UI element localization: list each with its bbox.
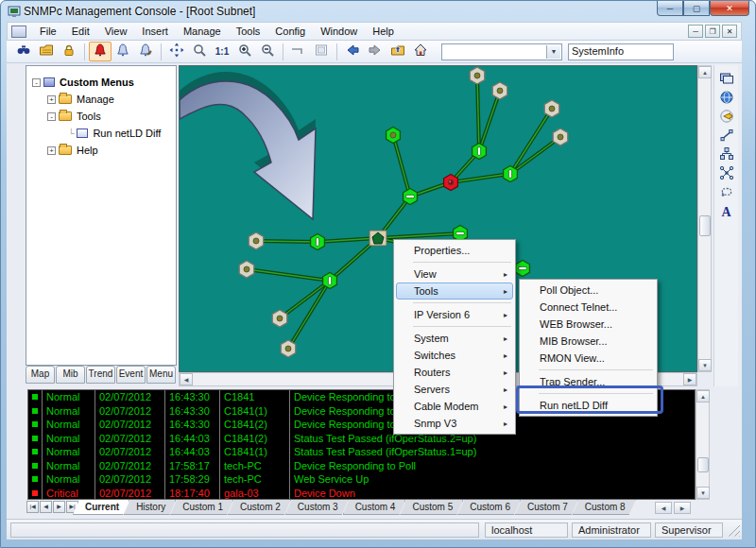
home-button[interactable] [409, 42, 432, 61]
tree-item-help[interactable]: Help [75, 145, 100, 156]
view-tab-menu[interactable]: Menu [146, 366, 176, 384]
link-tool-button[interactable] [716, 128, 737, 146]
alarm-view-button[interactable] [112, 42, 134, 61]
menubar-item-edit[interactable]: Edit [64, 24, 97, 39]
tree-item-tools[interactable]: Tools [75, 111, 103, 122]
log-tab-history[interactable]: History [124, 500, 176, 515]
scroll-up-icon[interactable]: ▲ [696, 390, 710, 402]
mdi-close-button[interactable]: ✕ [722, 25, 737, 38]
subnet-tool-button[interactable] [716, 146, 737, 165]
context-menu-item-routers[interactable]: Routers▸ [396, 364, 513, 381]
forward-button[interactable] [364, 42, 387, 61]
parent-subnet-button[interactable] [387, 42, 409, 61]
map-node-n-up-minus[interactable] [516, 261, 530, 277]
map-view-button[interactable] [35, 42, 58, 61]
map-node-f-up-bar[interactable] [472, 144, 487, 160]
context-menu-item-cable-modem[interactable]: Cable Modem▸ [396, 398, 513, 415]
resize-grip[interactable] [727, 523, 740, 537]
menubar-item-help[interactable]: Help [365, 24, 402, 39]
mdi-minimize-button[interactable]: ─ [688, 25, 703, 38]
table-row[interactable]: Normal02/07/201217:58:29tech-PCWeb Servi… [28, 472, 695, 487]
actual-size-button[interactable]: 1:1 [211, 42, 233, 61]
prev-tab-icon[interactable]: ◀ [40, 501, 52, 513]
map-select-combo[interactable]: ▼ [441, 43, 562, 60]
scroll-right-icon[interactable]: ▶ [683, 373, 696, 385]
scroll-right-icon[interactable]: ▶ [674, 502, 691, 514]
log-tab-custom-4[interactable]: Custom 4 [343, 500, 406, 515]
map-node-k-up-bar[interactable] [311, 234, 325, 250]
title-bar[interactable]: SNMPc Management Console - [Root Subnet]… [1, 1, 755, 22]
map-node-h-down[interactable] [444, 175, 458, 191]
map-node-p-up-bar[interactable] [323, 273, 337, 289]
table-row[interactable]: Normal02/07/201216:44:03C1841(1)Status T… [28, 445, 695, 459]
map-node-o-device[interactable] [239, 261, 254, 278]
map-node-e-up-dot[interactable] [387, 128, 401, 144]
context-menu-item-tools[interactable]: Tools▸ [396, 283, 513, 300]
map-node-c-device[interactable] [544, 100, 559, 117]
maximize-button[interactable]: ▢ [683, 1, 710, 16]
map-node-q-device[interactable] [272, 310, 287, 327]
scrollbar-thumb[interactable] [699, 215, 711, 236]
submenu-item-trap-sender[interactable]: Trap Sender... [522, 373, 655, 390]
menubar-item-tools[interactable]: Tools [229, 24, 268, 39]
scroll-left-icon[interactable]: ◀ [180, 373, 193, 385]
log-tab-custom-5[interactable]: Custom 5 [400, 500, 463, 515]
web-globe-button[interactable] [716, 90, 737, 109]
select-tool-button[interactable] [716, 184, 737, 203]
topology-tool-button[interactable] [716, 165, 737, 184]
context-menu-item-properties[interactable]: Properties... [396, 242, 513, 259]
systeminfo-field[interactable]: SystemInfo [568, 43, 674, 60]
context-menu-item-view[interactable]: View▸ [396, 265, 513, 283]
back-button[interactable] [341, 42, 364, 61]
find-button[interactable] [12, 42, 35, 61]
menubar-item-window[interactable]: Window [313, 24, 365, 39]
table-row[interactable]: Normal02/07/201216:43:30C1841(2)Device R… [28, 418, 695, 432]
context-menu-item-system[interactable]: System▸ [396, 330, 513, 347]
tree-item-run-netld-diff[interactable]: Run netLD Diff [91, 128, 163, 139]
menubar-item-config[interactable]: Config [267, 24, 313, 39]
text-button[interactable]: A [716, 203, 737, 222]
tree-item-manage[interactable]: Manage [75, 94, 116, 105]
map-window-button[interactable] [716, 71, 737, 90]
submenu-item-connect-telnet[interactable]: Connect Telnet... [522, 299, 655, 316]
map-vertical-scrollbar[interactable]: ▲ ▼ [697, 65, 712, 372]
alarm-edit-button[interactable] [134, 42, 157, 61]
map-node-r-device[interactable] [281, 340, 296, 357]
scroll-down-icon[interactable]: ▼ [698, 359, 712, 371]
map-node-g-up-bar[interactable] [504, 166, 518, 182]
next-tab-icon[interactable]: ▶ [53, 501, 65, 513]
map-node-b-device[interactable] [492, 82, 507, 99]
menubar-item-manage[interactable]: Manage [176, 24, 229, 39]
expand-icon[interactable]: + [47, 95, 56, 104]
first-tab-icon[interactable]: |◀ [26, 501, 39, 513]
lock-button[interactable] [58, 42, 80, 61]
mdi-restore-button[interactable]: ❐ [705, 25, 720, 38]
collapse-icon[interactable]: - [47, 112, 56, 121]
map-node-j-device[interactable] [249, 232, 264, 249]
view-tab-event[interactable]: Event [116, 366, 146, 384]
pan-button[interactable] [165, 42, 188, 61]
tree-root-label[interactable]: Custom Menus [58, 77, 136, 88]
zoom-button[interactable] [188, 42, 211, 61]
log-tab-custom-2[interactable]: Custom 2 [228, 500, 291, 515]
scroll-up-icon[interactable]: ▲ [698, 66, 712, 78]
submenu-item-run-netld-diff[interactable]: Run netLD Diff [522, 397, 655, 414]
log-tab-custom-8[interactable]: Custom 8 [573, 500, 636, 515]
menubar-item-file[interactable]: File [32, 24, 64, 39]
layout-button[interactable] [310, 42, 333, 61]
log-tab-custom-3[interactable]: Custom 3 [285, 500, 349, 515]
map-node-a-device[interactable] [470, 67, 485, 84]
log-tab-custom-7[interactable]: Custom 7 [515, 500, 578, 515]
go-to-button[interactable] [716, 109, 737, 128]
zoom-in-button[interactable] [233, 42, 256, 61]
context-menu-item-servers[interactable]: Servers▸ [396, 381, 513, 398]
alarm-log-button[interactable] [89, 42, 112, 61]
map-node-d-device[interactable] [553, 128, 568, 146]
scroll-down-icon[interactable]: ▼ [696, 487, 710, 499]
context-menu-item-ip-version-6[interactable]: IP Version 6▸ [396, 306, 513, 323]
menubar-item-insert[interactable]: Insert [134, 24, 176, 39]
log-tab-custom-1[interactable]: Custom 1 [170, 500, 233, 515]
view-tab-trend[interactable]: Trend [86, 366, 115, 384]
submenu-item-mib-browser[interactable]: MIB Browser... [522, 333, 655, 350]
table-row[interactable]: Normal02/07/201217:58:17tech-PCDevice Re… [28, 459, 695, 473]
